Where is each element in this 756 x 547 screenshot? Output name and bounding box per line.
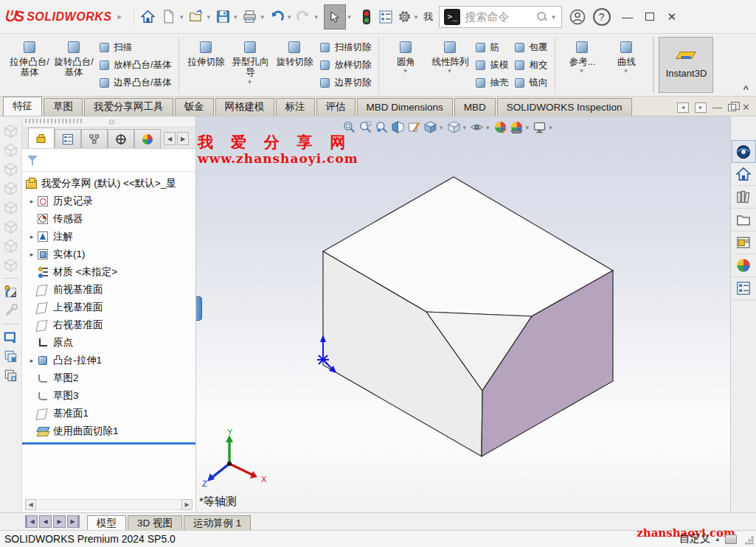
- open-document-button[interactable]: [186, 7, 205, 27]
- extruded-boss-base-button[interactable]: 拉伸凸台/基体: [7, 37, 52, 93]
- customize-label[interactable]: 自定义: [679, 532, 710, 546]
- linear-pattern-dropdown[interactable]: ▾: [448, 67, 451, 74]
- model-3d[interactable]: [270, 161, 653, 485]
- panel-drag-bar[interactable]: [22, 116, 195, 128]
- tree-item[interactable]: ▸历史记录: [22, 192, 195, 210]
- configurationmanager-tab[interactable]: [81, 129, 108, 148]
- select-window-button[interactable]: [2, 329, 20, 346]
- maximize-button[interactable]: [639, 10, 661, 23]
- instant3d-button[interactable]: Instant3D: [659, 37, 713, 93]
- curves-button[interactable]: 曲线▾: [604, 37, 648, 93]
- swept-cut-button[interactable]: 扫描切除: [319, 41, 371, 54]
- redo-button[interactable]: [294, 7, 313, 27]
- tab-MBD[interactable]: MBD: [454, 98, 496, 116]
- home-button[interactable]: [139, 7, 158, 27]
- tree-item[interactable]: ▸凸台-拉伸1: [22, 352, 195, 369]
- dimxpertmanager-tab[interactable]: [108, 129, 134, 148]
- zoom-fit-button[interactable]: [342, 119, 356, 135]
- displaymanager-tab[interactable]: [134, 129, 161, 148]
- search-dropdown[interactable]: ▾: [552, 13, 555, 21]
- rollback-bar[interactable]: [22, 442, 195, 445]
- undo-dropdown[interactable]: ▾: [288, 13, 291, 21]
- expand-arrow-icon[interactable]: ▸: [27, 357, 37, 364]
- view-palette-button[interactable]: [732, 231, 756, 254]
- save-dropdown[interactable]: ▾: [234, 13, 237, 21]
- fillet-button[interactable]: 圆角▾: [384, 37, 428, 93]
- redo-dropdown[interactable]: ▾: [315, 13, 319, 21]
- customize-up-icon[interactable]: ▲: [715, 536, 721, 543]
- tab-我爱分享网工具[interactable]: 我爱分享网工具: [84, 98, 173, 116]
- tree-item[interactable]: 传感器: [22, 210, 195, 228]
- view-orientation-dropdown[interactable]: ▾: [440, 124, 443, 131]
- select-tool-dropdown[interactable]: ▾: [347, 13, 351, 21]
- drag-handle-icon[interactable]: [109, 119, 114, 125]
- linear-pattern-button[interactable]: 线性阵列▾: [428, 37, 472, 93]
- pane-left-button[interactable]: ◂: [677, 102, 689, 113]
- tab-钣金[interactable]: 钣金: [175, 98, 214, 116]
- print-dropdown[interactable]: ▾: [261, 13, 265, 21]
- scroll-tabs-right-button[interactable]: ▶: [177, 132, 189, 145]
- hole-wizard-dropdown[interactable]: ▾: [248, 78, 252, 86]
- account-button[interactable]: [568, 7, 587, 27]
- file-explorer-button[interactable]: [732, 209, 756, 231]
- tree-item[interactable]: 使用曲面切除1: [22, 422, 195, 440]
- expand-arrow-icon[interactable]: ▸: [27, 251, 37, 258]
- pane-right-button[interactable]: ▸: [695, 102, 707, 113]
- view-settings-dropdown[interactable]: ▾: [549, 124, 552, 131]
- tree-item[interactable]: 基准面1: [22, 405, 195, 422]
- search-icon[interactable]: [537, 12, 547, 22]
- tree-item[interactable]: 前视基准面: [22, 281, 195, 299]
- mirror-button[interactable]: 镜向: [514, 77, 547, 89]
- save-button[interactable]: [213, 7, 232, 27]
- zoom-area-button[interactable]: [358, 119, 372, 135]
- new-document-dropdown[interactable]: ▾: [180, 13, 184, 21]
- tree-root-item[interactable]: 我爱分享网 (默认) <<默认>_显: [22, 175, 195, 192]
- boundary-boss-base-button[interactable]: 边界凸台/基体: [99, 77, 171, 89]
- lofted-boss-base-button[interactable]: 放样凸台/基体: [99, 59, 171, 72]
- shell-button[interactable]: 抽壳: [475, 77, 508, 89]
- tab-特征[interactable]: 特征: [3, 97, 42, 116]
- display-style-dropdown[interactable]: ▾: [463, 124, 467, 131]
- scrollbar-track[interactable]: [36, 499, 181, 510]
- hide-show-items-dropdown[interactable]: ▾: [486, 124, 490, 131]
- copy-appearance-button[interactable]: [2, 348, 20, 365]
- doc-restore-button[interactable]: [728, 104, 736, 111]
- annotation-view-button[interactable]: [407, 119, 421, 135]
- 3dexperience-button[interactable]: [732, 140, 756, 163]
- open-document-dropdown[interactable]: ▾: [207, 13, 210, 21]
- apply-scene-button[interactable]: [510, 119, 524, 135]
- hole-wizard-button[interactable]: 异型孔向导▾: [228, 37, 272, 93]
- tree-horizontal-scrollbar[interactable]: ◀ ▶: [25, 499, 193, 510]
- tree-item[interactable]: 草图2: [22, 369, 195, 387]
- tag-stamp-icon[interactable]: [725, 534, 737, 544]
- rib-button[interactable]: 筋: [475, 41, 508, 54]
- select-tool-button[interactable]: [324, 4, 346, 29]
- revolved-cut-button[interactable]: 旋转切除: [272, 37, 316, 93]
- appearances-scenes-button[interactable]: [732, 254, 756, 277]
- tree-item[interactable]: 右视基准面: [22, 316, 195, 334]
- reference-geometry-dropdown[interactable]: ▾: [580, 67, 583, 74]
- fillet-dropdown[interactable]: ▾: [403, 67, 407, 74]
- bottom-tab-模型[interactable]: 模型: [87, 515, 126, 531]
- tab-标注[interactable]: 标注: [276, 98, 315, 116]
- hide-show-items-button[interactable]: [470, 119, 484, 135]
- new-document-button[interactable]: [159, 7, 178, 27]
- tab-first-button[interactable]: ◀: [25, 515, 38, 528]
- scroll-left-icon[interactable]: ◀: [25, 499, 36, 510]
- section-view-button[interactable]: [391, 119, 405, 135]
- tab-评估[interactable]: 评估: [316, 98, 356, 116]
- new-sketch-button[interactable]: [2, 283, 20, 300]
- edit-appearance-button[interactable]: [493, 119, 507, 135]
- close-button[interactable]: ✕: [661, 10, 683, 24]
- design-library-button[interactable]: [732, 186, 756, 209]
- graphics-area[interactable]: 我 爱 分 享 网 www.zhanshaoyi.com ▾▾▾▾▾: [196, 116, 730, 512]
- swept-boss-base-button[interactable]: 扫描: [99, 41, 171, 54]
- options-gear-button[interactable]: [395, 7, 415, 27]
- search-input[interactable]: [465, 10, 533, 23]
- minimize-button[interactable]: —: [617, 10, 639, 23]
- search-command-box[interactable]: >_ ▾: [439, 6, 562, 28]
- expand-arrow-icon[interactable]: ▸: [27, 198, 37, 205]
- tab-SOLIDWORKS Inspection[interactable]: SOLIDWORKS Inspection: [497, 98, 632, 116]
- view-orientation-button[interactable]: [423, 119, 437, 135]
- boundary-cut-button[interactable]: 边界切除: [319, 77, 371, 89]
